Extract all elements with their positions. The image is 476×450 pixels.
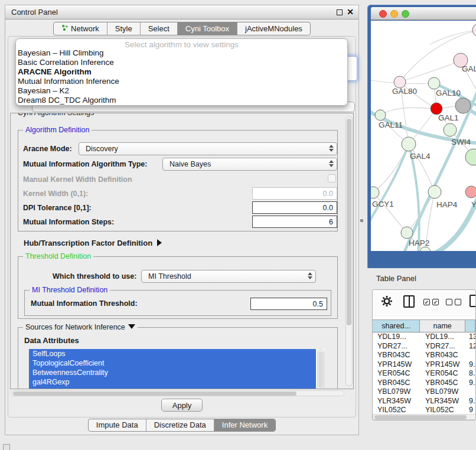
bottom-tab-bar: Impute Data Discretize Data Infer Networ… bbox=[5, 419, 358, 432]
dock-panel-chip[interactable] bbox=[3, 444, 10, 450]
network-node-label: HAP4 bbox=[436, 200, 458, 209]
network-canvas-svg[interactable]: GALGAL80GAL10GAL1GAL11SWI4GAL4GCY1HAP4YH… bbox=[371, 21, 476, 251]
table-body[interactable]: YDL19...YDL19...13YDR27...YDR27...12YBR0… bbox=[373, 332, 476, 414]
aracne-mode-select[interactable]: Discovery bbox=[79, 142, 337, 155]
table-row[interactable]: YLR345WYLR345W9. bbox=[373, 397, 476, 406]
dpi-tolerance-input[interactable]: 0.0 bbox=[252, 201, 337, 214]
chevron-updown-icon bbox=[328, 160, 334, 167]
network-node[interactable] bbox=[455, 98, 471, 113]
dpi-tolerance-label: DPI Tolerance [0,1]: bbox=[23, 204, 92, 212]
table-row[interactable]: YDR27...YDR27...12 bbox=[373, 342, 476, 351]
algorithm-option[interactable]: Mutual Information Inference bbox=[16, 77, 347, 86]
attribute-list-item[interactable]: SelfLoops bbox=[29, 349, 316, 358]
network-node[interactable] bbox=[394, 76, 406, 88]
table-cell: YER054C bbox=[373, 369, 420, 379]
table-cell: YDR27... bbox=[420, 342, 467, 351]
table-row[interactable]: YIL052CYIL052C9 bbox=[373, 406, 476, 414]
algorithm-option[interactable]: ARACNE Algorithm bbox=[16, 67, 347, 77]
network-node-label: GAL80 bbox=[392, 87, 417, 96]
table-cell: 8. bbox=[467, 369, 476, 379]
network-node[interactable] bbox=[444, 123, 457, 136]
network-node[interactable] bbox=[420, 247, 431, 251]
kernel-width-label: Kernel Width (0,1): bbox=[23, 190, 88, 198]
deselect-all-icon[interactable] bbox=[446, 299, 461, 305]
table-row[interactable]: YER054CYER054C8. bbox=[373, 369, 476, 379]
create-table-icon[interactable] bbox=[470, 295, 476, 307]
float-window-icon[interactable] bbox=[337, 9, 343, 15]
close-icon[interactable]: ✕ bbox=[347, 7, 354, 17]
tab-impute-data[interactable]: Impute Data bbox=[89, 419, 146, 431]
network-node[interactable] bbox=[472, 24, 476, 37]
columns-icon[interactable] bbox=[403, 295, 415, 308]
attribute-list-item[interactable]: gal4RGexp bbox=[29, 377, 316, 387]
mi-type-select[interactable]: Naive Bayes bbox=[162, 158, 337, 171]
network-node[interactable] bbox=[465, 149, 476, 165]
algorithm-option[interactable]: Dream8 DC_TDC Algorithm bbox=[16, 96, 347, 105]
collapse-arrow-icon[interactable] bbox=[128, 324, 135, 329]
network-window-titlebar[interactable] bbox=[371, 7, 476, 20]
network-node[interactable] bbox=[375, 110, 386, 120]
kernel-width-input[interactable]: 0.0 bbox=[252, 187, 337, 200]
network-canvas[interactable]: GALGAL80GAL10GAL1GAL11SWI4GAL4GCY1HAP4YH… bbox=[371, 21, 476, 251]
which-threshold-select[interactable]: MI Threshold bbox=[141, 270, 316, 283]
tab-infer-network[interactable]: Infer Network bbox=[214, 419, 275, 431]
table-row[interactable]: YDL19...YDL19...13 bbox=[373, 332, 476, 342]
mi-threshold-input[interactable]: 0.5 bbox=[250, 298, 327, 310]
table-row[interactable]: YPR145WYPR145W9. bbox=[373, 360, 476, 370]
sources-group-title[interactable]: Sources for Network Inference bbox=[23, 323, 138, 331]
data-attributes-list[interactable]: SelfLoopsTopologicalCoefficientBetweenne… bbox=[29, 349, 324, 389]
algorithm-list: Bayesian – Hill ClimbingBasic Correlatio… bbox=[16, 48, 347, 105]
gear-icon[interactable] bbox=[381, 295, 393, 309]
tab-discretize-data[interactable]: Discretize Data bbox=[146, 419, 214, 431]
manual-kernel-checkbox[interactable] bbox=[328, 174, 336, 182]
table-row[interactable]: YBL079WYBL079W bbox=[373, 387, 476, 397]
table-row[interactable]: YBR045CYBR045C9. bbox=[373, 379, 476, 388]
column-header-shared[interactable]: shared... bbox=[373, 320, 420, 332]
hub-definition-toggle[interactable]: Hub/Transcription Factor Definition bbox=[24, 239, 162, 247]
network-edge[interactable] bbox=[430, 30, 476, 44]
algorithm-option[interactable]: Bayesian – K2 bbox=[16, 86, 347, 96]
network-node[interactable] bbox=[428, 77, 440, 89]
network-edge[interactable] bbox=[380, 107, 436, 115]
settings-horizontal-scrollbar[interactable] bbox=[11, 390, 344, 396]
control-panel-titlebar[interactable]: Control Panel ✕ bbox=[5, 5, 358, 19]
manual-kernel-label: Manual Kernel Width Definition bbox=[23, 175, 132, 184]
table-cell: 9. bbox=[467, 379, 476, 388]
select-all-icon[interactable]: ✓✓ bbox=[423, 299, 439, 305]
attribute-list-item[interactable] bbox=[29, 387, 316, 389]
network-node[interactable] bbox=[465, 186, 476, 198]
network-node-label: GAL11 bbox=[379, 120, 403, 129]
attribute-list-item[interactable]: BetweennessCentrality bbox=[29, 368, 316, 377]
network-node[interactable] bbox=[431, 103, 442, 115]
algorithm-option[interactable]: Bayesian – Hill Climbing bbox=[16, 48, 347, 58]
tab-select[interactable]: Select bbox=[140, 22, 177, 35]
settings-vertical-scrollbar[interactable] bbox=[345, 116, 353, 386]
table-row[interactable]: YBR043CYBR043C bbox=[373, 351, 476, 360]
mac-minimize-button[interactable] bbox=[390, 10, 398, 18]
network-node[interactable] bbox=[428, 185, 441, 198]
tab-cyni-toolbox[interactable]: Cyni Toolbox bbox=[177, 22, 237, 35]
table-cell: YER054C bbox=[420, 369, 467, 379]
mi-steps-input[interactable]: 6 bbox=[252, 216, 337, 228]
column-header-next[interactable] bbox=[465, 320, 475, 332]
network-edge[interactable] bbox=[373, 193, 407, 233]
network-node[interactable] bbox=[401, 227, 413, 239]
network-node-label: GAL1 bbox=[438, 113, 459, 122]
attribute-list-item[interactable]: TopologicalCoefficient bbox=[29, 358, 316, 368]
attributes-scrollbar[interactable] bbox=[317, 349, 324, 389]
network-view-window: GALGAL80GAL10GAL1GAL11SWI4GAL4GCY1HAP4YH… bbox=[367, 5, 476, 268]
tab-style[interactable]: Style bbox=[107, 22, 140, 35]
splitter-grip[interactable] bbox=[360, 219, 363, 222]
apply-button[interactable]: Apply bbox=[161, 399, 203, 412]
table-horizontal-scrollbar[interactable] bbox=[373, 414, 476, 420]
mi-threshold-group-title: MI Threshold Definition bbox=[30, 286, 110, 294]
mac-zoom-button[interactable] bbox=[402, 10, 409, 18]
expand-arrow-icon[interactable] bbox=[157, 239, 162, 246]
mac-close-button[interactable] bbox=[379, 10, 387, 18]
tab-jactivemnodules[interactable]: jActiveMNodules bbox=[237, 22, 310, 35]
algorithm-option[interactable]: Basic Correlation Inference bbox=[16, 58, 347, 67]
mi-threshold-group: MI Threshold Definition Mutual Informati… bbox=[24, 290, 331, 316]
network-node[interactable] bbox=[402, 137, 416, 151]
column-header-name[interactable]: name bbox=[420, 320, 465, 332]
tab-network[interactable]: Network bbox=[54, 22, 107, 35]
